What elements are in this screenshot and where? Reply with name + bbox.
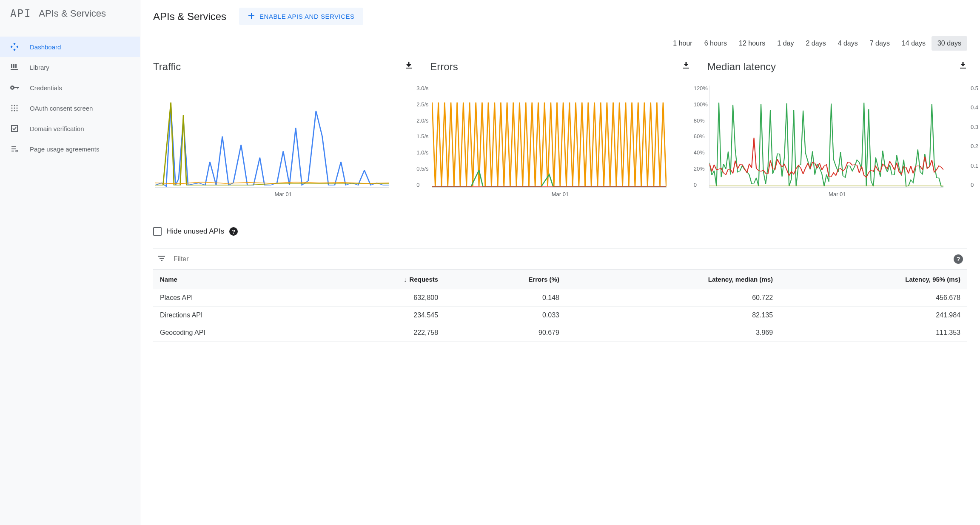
charts-row: Traffic 3.0/s 2.5/s [153, 61, 967, 197]
download-icon[interactable] [959, 61, 967, 71]
svg-rect-22 [11, 146, 16, 147]
plus-icon [248, 12, 255, 21]
main-content: APIs & Services ENABLE APIS AND SERVICES… [140, 0, 980, 525]
timerange-2days[interactable]: 2 days [800, 36, 832, 51]
sidebar-item-oauth[interactable]: OAuth consent screen [0, 98, 140, 118]
cell-errors: 0.033 [445, 307, 566, 324]
cell-requests: 222,758 [314, 324, 445, 342]
agreements-icon [10, 145, 19, 153]
svg-point-9 [11, 87, 13, 88]
col-errors[interactable]: Errors (%) [445, 270, 566, 289]
sidebar-title: APIs & Services [39, 8, 106, 19]
sidebar-item-label: Credentials [30, 84, 62, 91]
options-row: Hide unused APIs ? [153, 227, 967, 236]
chart-plot [155, 86, 389, 188]
sidebar-header: API APIs & Services [0, 0, 140, 29]
chart-title: Errors [430, 61, 458, 73]
sidebar-item-domain-verification[interactable]: Domain verification [0, 118, 140, 139]
svg-rect-4 [11, 64, 12, 68]
timerange-1hour[interactable]: 1 hour [667, 36, 698, 51]
chart-plot [432, 86, 666, 188]
svg-rect-26 [17, 150, 18, 151]
svg-rect-30 [683, 68, 689, 68]
svg-rect-34 [161, 260, 162, 261]
api-logo: API [10, 8, 31, 20]
sidebar-item-label: OAuth consent screen [30, 105, 93, 112]
sidebar-item-dashboard[interactable]: Dashboard [0, 37, 140, 57]
svg-rect-32 [158, 256, 165, 257]
svg-rect-23 [11, 148, 16, 149]
sidebar-nav: Dashboard Library Credentials OAuth cons… [0, 37, 140, 159]
enable-apis-button[interactable]: ENABLE APIS AND SERVICES [239, 8, 363, 25]
timerange-30days[interactable]: 30 days [932, 36, 967, 51]
timerange-6hours[interactable]: 6 hours [698, 36, 733, 51]
sidebar-item-label: Domain verification [30, 125, 84, 132]
time-range-selector: 1 hour 6 hours 12 hours 1 day 2 days 4 d… [153, 36, 967, 51]
col-requests[interactable]: ↓Requests [314, 270, 445, 289]
col-latency-median[interactable]: Latency, median (ms) [566, 270, 780, 289]
timerange-4days[interactable]: 4 days [832, 36, 864, 51]
table-header-row: Name ↓Requests Errors (%) Latency, media… [153, 270, 967, 289]
cell-latency-median: 60.722 [566, 289, 780, 307]
svg-rect-11 [17, 87, 18, 89]
enable-apis-label: ENABLE APIS AND SERVICES [259, 13, 354, 20]
svg-point-16 [14, 108, 15, 109]
verification-icon [10, 124, 19, 133]
svg-rect-5 [13, 64, 14, 68]
svg-rect-2 [11, 46, 13, 48]
svg-rect-0 [13, 43, 16, 45]
sidebar-item-label: Page usage agreements [30, 146, 99, 153]
x-axis-label: Mar 01 [430, 191, 690, 197]
svg-rect-33 [160, 258, 164, 259]
chart-plot [709, 86, 943, 188]
timerange-12hours[interactable]: 12 hours [733, 36, 771, 51]
hide-unused-label: Hide unused APIs [167, 227, 224, 236]
sidebar-item-library[interactable]: Library [0, 57, 140, 77]
x-axis-label: Mar 01 [153, 191, 413, 197]
svg-rect-24 [11, 151, 14, 151]
help-icon[interactable]: ? [229, 227, 238, 236]
svg-rect-3 [16, 46, 18, 48]
cell-requests: 632,800 [314, 289, 445, 307]
filter-input[interactable] [174, 255, 946, 263]
download-icon[interactable] [405, 61, 413, 71]
page-title: APIs & Services [153, 11, 226, 23]
sidebar-item-label: Dashboard [30, 43, 61, 51]
apis-table: Name ↓Requests Errors (%) Latency, media… [153, 270, 967, 342]
sidebar-item-credentials[interactable]: Credentials [0, 77, 140, 98]
timerange-14days[interactable]: 14 days [896, 36, 932, 51]
svg-rect-7 [11, 69, 18, 70]
col-name[interactable]: Name [153, 270, 314, 289]
timerange-7days[interactable]: 7 days [864, 36, 896, 51]
table-row[interactable]: Geocoding API 222,758 90.679 3.969 111.3… [153, 324, 967, 342]
col-latency-95[interactable]: Latency, 95% (ms) [780, 270, 967, 289]
sidebar: API APIs & Services Dashboard Library [0, 0, 140, 525]
help-icon[interactable]: ? [954, 254, 963, 264]
key-icon [10, 83, 19, 92]
download-icon[interactable] [682, 61, 690, 71]
y-axis-ticks: 0.5 0.4 0.3 0.2 0.1 0 [968, 86, 980, 188]
chart-title: Traffic [153, 61, 181, 73]
svg-point-18 [11, 110, 13, 111]
svg-point-20 [17, 110, 18, 111]
svg-point-19 [14, 110, 15, 111]
table-row[interactable]: Directions API 234,545 0.033 82.135 241.… [153, 307, 967, 324]
cell-latency-95: 241.984 [780, 307, 967, 324]
svg-point-17 [17, 108, 18, 109]
chart-title: Median latency [707, 61, 776, 73]
cell-name: Places API [153, 289, 314, 307]
svg-rect-28 [248, 15, 254, 16]
filter-bar: ? [153, 248, 967, 270]
sidebar-item-page-usage[interactable]: Page usage agreements [0, 139, 140, 159]
chart-errors: Errors 120% 100% [430, 61, 690, 197]
table-row[interactable]: Places API 632,800 0.148 60.722 456.678 [153, 289, 967, 307]
svg-rect-29 [406, 68, 412, 68]
x-axis-label: Mar 01 [707, 191, 967, 197]
timerange-1day[interactable]: 1 day [771, 36, 800, 51]
sidebar-item-label: Library [30, 64, 49, 71]
cell-errors: 0.148 [445, 289, 566, 307]
cell-latency-95: 456.678 [780, 289, 967, 307]
sort-desc-icon: ↓ [404, 276, 407, 283]
svg-point-13 [14, 105, 15, 106]
hide-unused-checkbox[interactable] [153, 227, 162, 236]
